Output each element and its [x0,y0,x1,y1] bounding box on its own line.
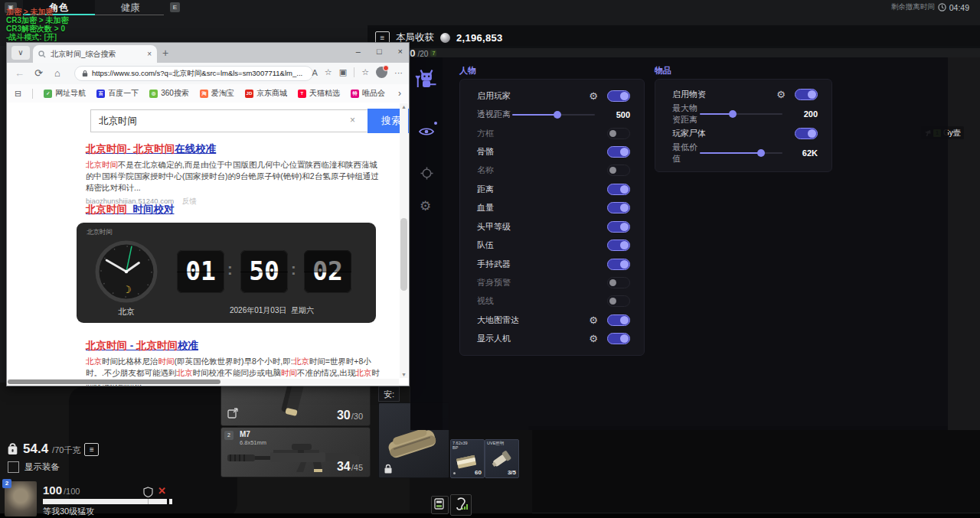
vertical-scrollbar[interactable]: ▲ ▼ [400,103,408,378]
home-button[interactable]: ⌂ [54,67,60,79]
toggle-switch[interactable] [607,239,630,251]
bookmark-label: 360搜索 [161,88,189,99]
browser-tab[interactable]: 北京时间_综合搜索 × [33,45,157,63]
reading-list-icon[interactable]: ⊟ [15,89,21,99]
gear-icon[interactable]: ⚙ [589,334,598,344]
result-title-link[interactable]: 北京时间 - 北京时间校准 [86,339,383,353]
toggle-switch[interactable] [607,202,630,213]
console-line: CR3解密次数 > 0 [6,24,68,33]
flip-seconds: 02 [304,250,351,293]
bookmark-item[interactable]: ✓网址导航 [44,88,86,99]
bookmark-item[interactable]: JD京东商城 [245,88,287,99]
esp-slider[interactable] [700,152,782,154]
bookmark-item[interactable]: 淘爱淘宝 [200,88,234,99]
show-gear-checkbox[interactable] [8,461,19,473]
bookmark-item[interactable]: 特唯品会 [351,88,385,99]
clear-search-icon[interactable]: × [350,115,355,125]
coin-icon [440,33,450,43]
bookmark-label: 网址导航 [55,88,86,99]
toggle-switch[interactable] [607,314,630,326]
esp-slider[interactable] [512,114,595,116]
result-title-link[interactable]: 北京时间- 北京时间在线校准 [86,142,383,156]
toggle-switch[interactable] [607,277,630,288]
search-input[interactable] [90,109,368,132]
loot-item-ammo[interactable]: 7.62x39 BP 60 [450,439,485,478]
hscrollbar-thumb[interactable] [8,380,220,384]
gear-icon[interactable]: ⚙ [589,315,598,325]
gear-icon[interactable]: ⚙ [589,91,598,101]
bookmark-item[interactable]: T天猫精选 [298,88,340,99]
tab-close-icon[interactable]: × [147,50,152,58]
slider-knob[interactable] [757,149,765,157]
toggle-switch[interactable] [607,295,630,307]
slider-knob[interactable] [554,111,561,119]
scrollbar-thumb[interactable] [400,218,407,291]
weapon-card-primary[interactable]: 2 M7 6.8x51mm 34 /45 [220,427,371,477]
result-title-link[interactable]: 北京时间_时间校对 [86,203,383,217]
scroll-down-icon[interactable]: ▼ [400,372,408,377]
clock-icon [938,3,946,11]
toggle-switch[interactable] [607,146,630,158]
favorite-star-icon[interactable]: ☆ [325,67,332,77]
bookmark-favicon: 特 [351,90,359,98]
esp-row-controls [607,202,630,213]
esp-row: 启用玩家⚙ [460,86,644,105]
player-status-text: 等我30级猛攻 [43,506,94,517]
minimize-button[interactable]: – [356,47,361,56]
esp-row-label: 玩家尸体 [672,128,706,139]
flashlight-image [490,450,513,470]
slider-knob[interactable] [729,110,737,118]
toggle-switch[interactable] [795,89,818,100]
esp-row-controls: ⚙ [776,89,818,100]
toggle-switch[interactable] [795,128,818,139]
loot-item-light[interactable]: UVE照明 3/5 [485,439,519,478]
slider-value: 200 [792,109,818,119]
item-dot [453,472,456,474]
inventory-list-icon[interactable]: ≡ [84,443,99,456]
address-bar[interactable]: https://www.so.com/s?q=北京时间&src=lm&ls=sm… [74,66,313,81]
refresh-button[interactable]: ⟳ [34,67,43,79]
toolbar-divider [354,67,354,77]
health-bar-cap [169,499,172,504]
tab-health[interactable]: 健康 [95,0,165,15]
toggle-switch[interactable] [607,90,630,102]
favorites-bar-icon[interactable]: ☆ [361,67,369,77]
bookmark-item[interactable]: 百百度一下 [96,88,139,99]
profile-avatar[interactable] [376,67,387,78]
esp-slider[interactable] [700,113,782,115]
esp-row-label: 最大物资距离 [672,103,700,125]
esp-row-controls: ⚙ [589,90,630,102]
read-aloud-icon[interactable]: A [312,68,318,77]
collections-icon[interactable]: ▣ [339,67,347,77]
health-readout: 100 /100 [43,484,80,497]
swap-icon[interactable] [227,408,238,419]
toggle-switch[interactable] [607,221,630,233]
esp-row-controls: ⚙ [589,333,630,344]
toggle-switch[interactable] [607,128,630,139]
beijing-time-widget: 北京时间 ☽ 北京 01 : 50 : 02 2026年01月03日 星期六 [77,223,376,323]
esp-row-label: 透视距离 [477,109,511,120]
esp-tab-eye-icon[interactable] [419,126,434,137]
flip-hours: 01 [177,250,224,293]
toggle-switch[interactable] [607,165,630,176]
more-menu-icon[interactable]: ··· [394,68,403,77]
toggle-switch[interactable] [607,259,630,270]
bookmarks-overflow-icon[interactable]: › [398,88,401,99]
esp-row: 显示人机⚙ [460,329,644,347]
toggle-switch[interactable] [607,184,630,195]
settings-tab-gear-icon[interactable]: ⚙ [420,198,431,214]
new-tab-button[interactable]: + [162,47,168,59]
horizontal-scrollbar[interactable] [8,379,399,385]
close-button[interactable]: × [398,47,403,56]
toggle-knob [620,334,629,343]
back-button[interactable]: ← [15,67,24,79]
aimbot-tab-crosshair-icon[interactable] [420,167,433,180]
gear-icon[interactable]: ⚙ [776,90,786,99]
maximize-button[interactable]: □ [377,47,382,56]
scroll-up-icon[interactable]: ▲ [400,104,408,109]
toggle-switch[interactable] [607,333,630,344]
console-line: -战斗模式: [开] [6,33,68,41]
tab-search-chevron[interactable]: ∨ [11,46,30,60]
safe-box-label: 安: [378,386,400,402]
bookmark-item[interactable]: ◎360搜索 [149,88,189,99]
